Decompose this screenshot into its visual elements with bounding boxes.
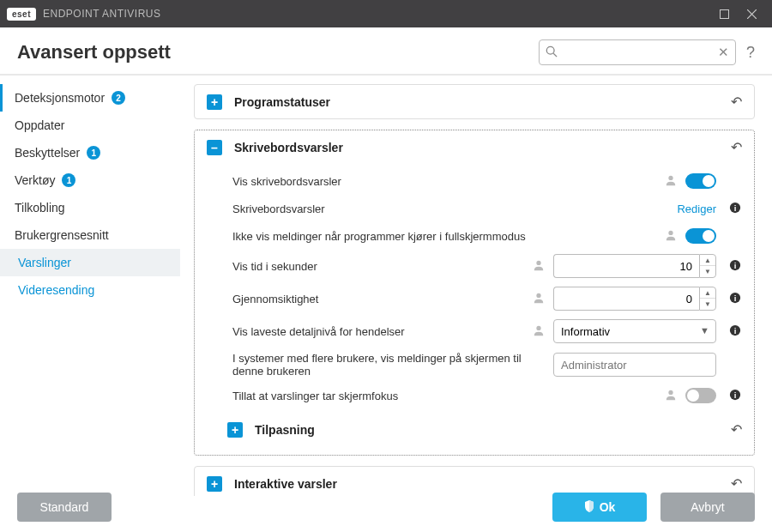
svg-point-18 <box>668 390 672 394</box>
ok-button[interactable]: Ok <box>552 493 647 522</box>
sidebar-item-label: Brukergrensesnitt <box>15 228 109 242</box>
panel-head-programstatuser[interactable]: + Programstatuser ↶ <box>195 85 754 118</box>
titlebar: eset ENDPOINT ANTIVIRUS <box>0 0 772 27</box>
revert-icon[interactable]: ↶ <box>731 94 742 110</box>
row-label: Tillat at varslinger tar skjermfokus <box>232 390 545 402</box>
svg-text:i: i <box>734 390 737 399</box>
info-icon[interactable]: i <box>728 259 742 274</box>
sidebar-item-verktoy[interactable]: Verktøy 1 <box>0 166 180 194</box>
sidebar-item-varslinger[interactable]: Varslinger <box>0 249 180 276</box>
profile-icon <box>665 229 677 244</box>
spinner-up[interactable]: ▲ <box>700 287 715 299</box>
profile-icon <box>665 389 677 403</box>
sidebar-badge: 1 <box>62 173 75 187</box>
panel-head-skrivebordsvarsler[interactable]: – Skrivebordsvarsler ↶ <box>195 130 754 164</box>
brand-text: ENDPOINT ANTIVIRUS <box>43 8 160 20</box>
sidebar-item-label: Oppdater <box>15 118 64 132</box>
sidebar: Deteksjonsmotor 2 Oppdater Beskyttelser … <box>0 76 180 496</box>
expand-icon: + <box>207 94 222 110</box>
row-label: Vis laveste detaljnivå for hendelser <box>232 325 533 338</box>
row-fokus: Tillat at varslinger tar skjermfokus i <box>195 382 754 409</box>
spinner-up[interactable]: ▲ <box>700 255 715 266</box>
profile-icon <box>533 259 545 274</box>
row-label: Gjennomsiktighet <box>232 293 533 305</box>
info-icon[interactable]: i <box>728 202 742 216</box>
help-icon[interactable]: ? <box>746 44 755 62</box>
row-label: Vis skrivebordsvarsler <box>232 175 545 188</box>
input-vis-tid[interactable] <box>553 254 699 278</box>
sidebar-badge: 1 <box>87 146 100 160</box>
row-fullscreen: Ikke vis meldinger når programmer kjører… <box>195 222 754 250</box>
panel-title: Programstatuser <box>234 95 731 109</box>
sidebar-badge: 2 <box>112 91 125 105</box>
panel-head-tilpasning[interactable]: + Tilpasning ↶ <box>195 409 754 446</box>
content-pane: + Programstatuser ↶ – Skrivebordsvarsler… <box>180 76 772 496</box>
ok-label: Ok <box>600 500 616 514</box>
cancel-button[interactable]: Avbryt <box>660 493 755 522</box>
edit-link[interactable]: Rediger <box>677 203 716 215</box>
svg-point-15 <box>536 325 540 329</box>
row-bruker: I systemer med flere brukere, vis meldin… <box>195 348 754 382</box>
shield-icon <box>584 500 594 515</box>
spinner: ▲ ▼ <box>699 254 716 278</box>
panel-title: Tilpasning <box>255 423 731 437</box>
svg-point-8 <box>668 230 672 234</box>
standard-button[interactable]: Standard <box>17 493 112 522</box>
input-gjennomsiktighet[interactable] <box>553 287 699 311</box>
svg-point-3 <box>546 46 554 54</box>
row-label: Vis tid i sekunder <box>232 260 533 273</box>
spinner-down[interactable]: ▼ <box>700 266 715 277</box>
sidebar-item-deteksjonsmotor[interactable]: Deteksjonsmotor 2 <box>0 84 180 112</box>
input-bruker[interactable] <box>553 353 716 377</box>
row-vis-varsler: Vis skrivebordsvarsler <box>195 167 754 195</box>
profile-icon <box>533 324 545 339</box>
brand-logo: eset <box>7 8 36 21</box>
panel-skrivebordsvarsler: – Skrivebordsvarsler ↶ Vis skrivebordsva… <box>194 130 755 456</box>
sidebar-item-videresending[interactable]: Videresending <box>0 276 180 304</box>
svg-text:i: i <box>734 325 737 335</box>
svg-point-9 <box>536 260 540 264</box>
spinner: ▲ ▼ <box>699 287 716 311</box>
page-title: Avansert oppsett <box>17 41 539 63</box>
sidebar-item-label: Varslinger <box>18 256 71 269</box>
sidebar-item-tilkobling[interactable]: Tilkobling <box>0 194 180 221</box>
info-icon[interactable]: i <box>728 389 742 403</box>
search-input[interactable] <box>539 39 736 65</box>
window-close-button[interactable] <box>738 2 765 26</box>
panel-programstatuser: + Programstatuser ↶ <box>194 84 755 119</box>
svg-point-12 <box>536 293 540 297</box>
row-detaljniva: Vis laveste detaljnivå for hendelser Inf… <box>195 315 754 348</box>
revert-icon[interactable]: ↶ <box>731 421 742 438</box>
sidebar-item-label: Videresending <box>18 283 94 297</box>
panel-body: Vis skrivebordsvarsler Skrivebordsvarsle… <box>195 164 754 455</box>
svg-text:i: i <box>734 260 737 269</box>
window-maximize-button[interactable] <box>710 2 738 26</box>
profile-icon <box>533 292 545 306</box>
select-detaljniva[interactable]: Informativ <box>553 319 716 343</box>
search-wrapper: ✕ <box>539 39 736 65</box>
search-clear-icon[interactable]: ✕ <box>718 45 729 60</box>
footer: Standard Ok Avbryt <box>0 482 772 532</box>
row-label: I systemer med flere brukere, vis meldin… <box>232 352 545 378</box>
toggle-fokus[interactable] <box>685 388 716 403</box>
svg-text:i: i <box>734 203 737 212</box>
sidebar-item-brukergrensesnitt[interactable]: Brukergrensesnitt <box>0 221 180 249</box>
row-rediger: Skrivebordsvarsler Rediger i <box>195 195 754 222</box>
row-label: Skrivebordsvarsler <box>232 203 545 215</box>
spinner-down[interactable]: ▼ <box>700 299 715 310</box>
search-icon <box>546 45 558 60</box>
info-icon[interactable]: i <box>728 324 742 339</box>
revert-icon[interactable]: ↶ <box>731 139 742 155</box>
toggle-vis-varsler[interactable] <box>685 173 716 189</box>
header-bar: Avansert oppsett ✕ ? <box>0 27 772 76</box>
sidebar-item-label: Tilkobling <box>15 201 65 215</box>
toggle-fullscreen[interactable] <box>685 228 716 244</box>
info-icon[interactable]: i <box>728 292 742 306</box>
svg-text:i: i <box>734 293 737 302</box>
svg-rect-0 <box>720 9 728 18</box>
panel-title: Skrivebordsvarsler <box>234 141 731 154</box>
row-gjennomsiktighet: Gjennomsiktighet ▲ ▼ <box>195 282 754 315</box>
sidebar-item-beskyttelser[interactable]: Beskyttelser 1 <box>0 139 180 166</box>
sidebar-item-oppdater[interactable]: Oppdater <box>0 112 180 139</box>
profile-icon <box>665 174 677 189</box>
